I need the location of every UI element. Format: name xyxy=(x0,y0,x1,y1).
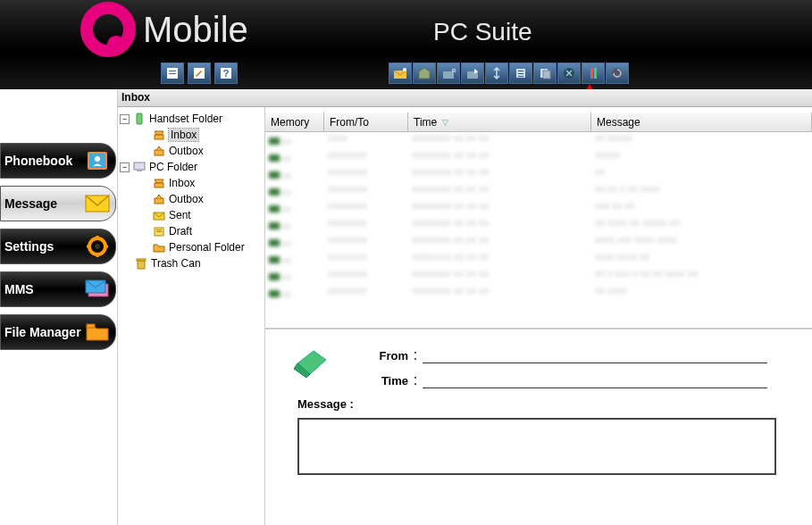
nav-message[interactable]: Message xyxy=(0,186,116,221)
trash-icon xyxy=(134,257,148,270)
col-message[interactable]: Message xyxy=(591,112,812,131)
sent-icon xyxy=(152,209,166,221)
nav-mms[interactable]: MMS xyxy=(0,271,116,307)
table-row[interactable]: xxxxxxxxxxxxxxxxxx xx xx xxxx xxxx xx xx… xyxy=(265,217,812,234)
device-icon[interactable] xyxy=(582,62,605,84)
help-icon[interactable]: ? xyxy=(214,62,238,84)
tree-label: Inbox xyxy=(169,177,195,189)
tree-pc-sent[interactable]: Sent xyxy=(118,207,264,223)
app-header: Mobile PC Suite ? R xyxy=(0,0,812,89)
nav-label: Phonebook xyxy=(4,154,72,168)
tree-trash[interactable]: Trash Can xyxy=(118,255,264,271)
collapse-icon[interactable]: − xyxy=(120,162,130,172)
nav-label: MMS xyxy=(4,282,34,296)
list-icon[interactable] xyxy=(509,62,532,84)
q-logo-icon xyxy=(80,2,136,57)
tree-label: Outbox xyxy=(169,193,204,205)
sort-desc-icon: ▽ xyxy=(442,118,448,127)
svg-point-7 xyxy=(403,68,406,71)
tree-handset-inbox[interactable]: Inbox xyxy=(118,127,264,143)
nav-filemanager[interactable]: File Manager xyxy=(0,314,116,350)
table-row[interactable]: xxxxxxxxxxxxxxxxxx xx xx xxxxxx xxx xxxx… xyxy=(265,234,812,251)
brand-logo: Mobile xyxy=(80,2,248,57)
svg-rect-41 xyxy=(155,183,163,188)
svg-rect-48 xyxy=(137,259,146,261)
tree-pc-personal[interactable]: Personal Folder xyxy=(118,239,264,255)
tree-handset-folder[interactable]: − Handset Folder xyxy=(118,111,264,127)
tree-pc-draft[interactable]: Draft xyxy=(118,223,264,239)
table-row[interactable]: xxxxxxxxxxxxxx xx xx xxxx xxxxx xyxy=(265,132,812,149)
col-memory[interactable]: Memory xyxy=(265,112,324,131)
svg-rect-16 xyxy=(543,71,550,79)
nav-phonebook[interactable]: Phonebook xyxy=(0,143,116,179)
svg-rect-39 xyxy=(134,162,145,170)
folder-tree: − Handset Folder Inbox Outbox − PC Folde… xyxy=(118,107,265,525)
svg-rect-12 xyxy=(518,71,523,71)
svg-point-28 xyxy=(95,244,100,249)
outbox-icon xyxy=(152,193,166,205)
handset-icon xyxy=(132,112,146,125)
settings-icon xyxy=(85,236,110,257)
table-row[interactable]: xxxxxxxxxxxxxxxxxx xx xx xxxxx xx xx xyxy=(265,200,812,217)
from-value xyxy=(423,347,767,363)
table-row[interactable]: xxxxxxxxxxxxxxxxxx xx xx xxxx xyxy=(265,166,812,183)
folder-icon xyxy=(152,241,166,254)
sync-icon[interactable] xyxy=(485,62,508,84)
new-mail-icon[interactable] xyxy=(389,62,412,84)
copy-icon[interactable] xyxy=(533,62,557,84)
tree-handset-outbox[interactable]: Outbox xyxy=(118,143,264,159)
nav-label: Message xyxy=(4,196,57,211)
time-value xyxy=(423,372,767,388)
table-row[interactable]: xxxxxxxxxxxxxxxxxx xx xx xxxx xxxx xyxy=(265,285,812,302)
envelope-icon xyxy=(292,346,331,381)
svg-point-25 xyxy=(95,156,100,162)
open-mail-icon[interactable] xyxy=(413,62,436,84)
tree-label: Outbox xyxy=(169,145,204,157)
message-body xyxy=(297,418,776,475)
svg-rect-38 xyxy=(155,150,163,155)
pc-icon xyxy=(132,161,146,173)
table-row[interactable]: xxxxxxxxxxxxxxxxxx xx xx xxxxxxx xyxy=(265,149,812,166)
col-fromto[interactable]: From/To xyxy=(324,112,408,131)
compose-icon[interactable] xyxy=(161,62,184,84)
tree-label: Trash Can xyxy=(151,257,201,270)
nav-label: Settings xyxy=(4,239,54,254)
svg-rect-1 xyxy=(169,71,176,71)
svg-rect-42 xyxy=(155,198,163,204)
toolbar-right: R xyxy=(389,62,629,84)
svg-rect-14 xyxy=(518,76,523,77)
toolbar-left: ? xyxy=(161,62,238,84)
forward-icon[interactable] xyxy=(461,62,484,84)
svg-rect-40 xyxy=(137,170,142,171)
table-row[interactable]: xxxxxxxxxxxxxxxxxx xx xx xxxx xx x xx xx… xyxy=(265,183,812,200)
svg-text:R: R xyxy=(452,68,456,73)
col-time[interactable]: Time▽ xyxy=(408,112,591,131)
tree-pc-inbox[interactable]: Inbox xyxy=(118,175,264,191)
edit-icon[interactable] xyxy=(188,62,211,84)
tree-pc-folder[interactable]: − PC Folder xyxy=(118,159,264,175)
tree-label: Personal Folder xyxy=(169,241,245,254)
panel-title: Inbox xyxy=(118,89,812,107)
inbox-icon xyxy=(152,177,166,189)
svg-rect-46 xyxy=(156,231,162,232)
grid-body[interactable]: xxxxxxxxxxxxxx xx xx xxxx xxxxx xxxxxxxx… xyxy=(265,132,812,324)
reply-icon[interactable]: R xyxy=(437,62,460,84)
tree-label: PC Folder xyxy=(149,161,197,173)
mms-icon xyxy=(85,279,110,300)
message-panel: Memory From/To Time▽ Message xxxxxxxxxxx… xyxy=(265,107,812,525)
svg-rect-18 xyxy=(590,68,593,79)
time-label: Time xyxy=(346,374,408,388)
tree-pc-outbox[interactable]: Outbox xyxy=(118,191,264,207)
nav-settings[interactable]: Settings xyxy=(0,229,116,264)
draft-icon xyxy=(152,225,166,238)
svg-rect-35 xyxy=(87,324,95,328)
table-row[interactable]: xxxxxxxxxxxxxxxxxx xx xx xxxx x xxx x xx… xyxy=(265,268,812,285)
collapse-icon[interactable]: − xyxy=(120,114,130,124)
from-label: From xyxy=(346,349,408,362)
stop-icon[interactable] xyxy=(557,62,581,84)
svg-text:?: ? xyxy=(223,68,230,79)
message-icon xyxy=(85,193,110,214)
table-row[interactable]: xxxxxxxxxxxxxxxxxx xx xx xxxxxx xxxx xx xyxy=(265,251,812,268)
refresh-icon[interactable] xyxy=(606,62,629,84)
svg-rect-36 xyxy=(137,113,142,124)
